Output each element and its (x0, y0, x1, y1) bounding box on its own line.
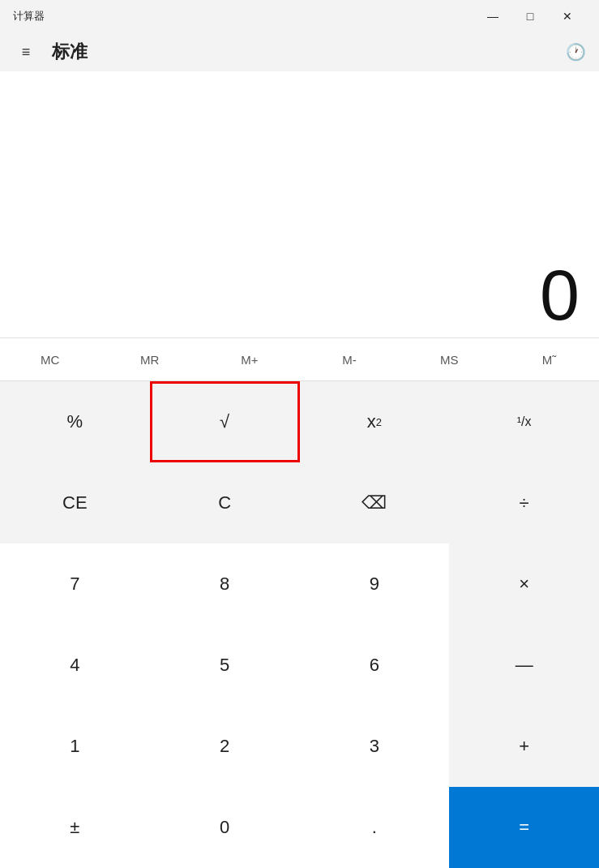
mhistory-button[interactable]: M˜ (499, 338, 599, 380)
ce-button[interactable]: CE (0, 462, 150, 544)
decimal-button[interactable]: . (300, 787, 450, 868)
add-button[interactable]: + (449, 706, 599, 787)
mminus-button[interactable]: M- (299, 338, 399, 380)
header-left: ≡ 标准 (13, 39, 88, 65)
percent-button[interactable]: % (0, 381, 150, 462)
divide-button[interactable]: ÷ (449, 462, 599, 544)
display-value: 0 (540, 260, 580, 331)
mplus-button[interactable]: M+ (199, 338, 299, 380)
app-header: ≡ 标准 🕐 (0, 32, 599, 71)
one-button[interactable]: 1 (0, 706, 150, 787)
title-bar: 计算器 — □ ✕ (0, 0, 599, 32)
mr-button[interactable]: MR (100, 338, 199, 380)
minimize-button[interactable]: — (474, 3, 511, 29)
six-button[interactable]: 6 (300, 625, 450, 706)
backspace-button[interactable]: ⌫ (300, 462, 450, 544)
calculator-window: 计算器 — □ ✕ ≡ 标准 🕐 0 MC MR M+ M- MS M˜ % √… (0, 0, 599, 868)
title-bar-controls: — □ ✕ (474, 3, 586, 29)
buttons-area: % √ x2 ¹/x CE C ⌫ ÷ 7 8 9 × 4 5 6 — 1 2 … (0, 380, 599, 868)
eight-button[interactable]: 8 (150, 544, 300, 625)
memory-row: MC MR M+ M- MS M˜ (0, 337, 599, 380)
plusminus-button[interactable]: ± (0, 787, 150, 868)
special-row: % √ x2 ¹/x (0, 380, 599, 462)
equals-button[interactable]: = (449, 787, 599, 868)
zero-button[interactable]: 0 (150, 787, 300, 868)
main-grid: CE C ⌫ ÷ 7 8 9 × 4 5 6 — 1 2 3 + ± 0 . = (0, 462, 599, 868)
history-icon[interactable]: 🕐 (566, 42, 586, 62)
four-button[interactable]: 4 (0, 625, 150, 706)
ms-button[interactable]: MS (400, 338, 499, 380)
multiply-button[interactable]: × (449, 544, 599, 625)
two-button[interactable]: 2 (150, 706, 300, 787)
window-title: 计算器 (13, 9, 45, 24)
menu-icon[interactable]: ≡ (13, 39, 39, 65)
three-button[interactable]: 3 (300, 706, 450, 787)
maximize-button[interactable]: □ (511, 3, 549, 29)
five-button[interactable]: 5 (150, 625, 300, 706)
reciprocal-button[interactable]: ¹/x (449, 381, 599, 462)
sqrt-button[interactable]: √ (150, 381, 300, 462)
close-button[interactable]: ✕ (549, 3, 586, 29)
mc-button[interactable]: MC (0, 338, 100, 380)
nine-button[interactable]: 9 (300, 544, 450, 625)
display-area: 0 (0, 71, 599, 337)
clear-button[interactable]: C (150, 462, 300, 544)
seven-button[interactable]: 7 (0, 544, 150, 625)
app-title: 标准 (52, 40, 88, 64)
subtract-button[interactable]: — (449, 625, 599, 706)
square-button[interactable]: x2 (300, 381, 450, 462)
